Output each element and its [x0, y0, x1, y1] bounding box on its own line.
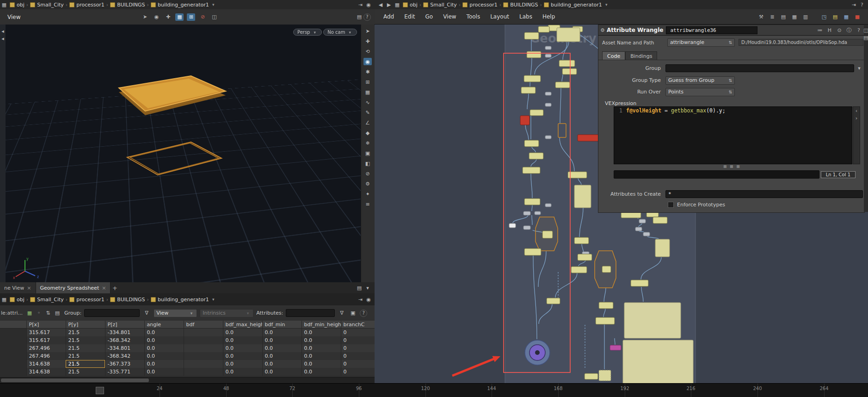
column-header-bdf_min[interactable]: bdf_min: [262, 321, 302, 329]
column-header-P[x][interactable]: P[x]: [26, 321, 66, 329]
attributes-input[interactable]: [286, 309, 335, 317]
add-tab-button[interactable]: +: [111, 284, 119, 292]
select-mode-icon[interactable]: ➤: [141, 13, 149, 21]
table-cell[interactable]: 21.5: [66, 368, 105, 376]
table-cell[interactable]: 0: [341, 352, 375, 360]
graph-node[interactable]: [599, 370, 611, 381]
info-icon[interactable]: ⓘ: [845, 26, 853, 34]
table-cell[interactable]: [184, 336, 223, 344]
record-icon[interactable]: ■: [853, 13, 862, 20]
select-tool-icon[interactable]: ◉: [363, 58, 372, 65]
table-cell[interactable]: 314.638: [26, 368, 66, 376]
table-cell[interactable]: 0.0: [262, 329, 302, 337]
graph-node[interactable]: [596, 317, 615, 324]
pane-caret-icon[interactable]: ▾: [363, 284, 372, 292]
back-icon[interactable]: ◀: [376, 1, 385, 8]
camera-lock-icon[interactable]: ◫: [210, 13, 218, 21]
vex-code-editor[interactable]: 1f@volHeight = getbbox_max(0).y;: [614, 106, 852, 164]
view-tool-icon[interactable]: ➤: [363, 27, 372, 35]
close-icon[interactable]: ×: [27, 285, 31, 291]
menu-help[interactable]: Help: [537, 9, 560, 24]
menu-add[interactable]: Add: [378, 9, 399, 24]
gear-icon[interactable]: ⚙: [598, 26, 607, 34]
table-hscrollbar[interactable]: [0, 377, 375, 383]
orbit-tool-icon[interactable]: ⟲: [363, 48, 372, 55]
graph-node[interactable]: [545, 103, 551, 106]
menu-go[interactable]: Go: [420, 9, 438, 24]
persp-camera-button[interactable]: Persp▾: [293, 29, 322, 36]
table-cell[interactable]: 0: [341, 344, 375, 352]
scrollbar-thumb[interactable]: [1, 378, 149, 382]
graph-node[interactable]: [585, 373, 598, 379]
graph-node[interactable]: [574, 185, 591, 208]
graph-node[interactable]: [524, 248, 541, 255]
table-cell[interactable]: 0.0: [262, 368, 302, 376]
breadcrumb-item-obj[interactable]: obj: [401, 2, 419, 8]
grid-a-icon[interactable]: ▦: [790, 13, 799, 20]
graph-node[interactable]: [545, 54, 551, 57]
table-cell[interactable]: 315.617: [26, 329, 66, 337]
linked-icon[interactable]: ◉: [364, 296, 373, 303]
menu-layout[interactable]: Layout: [485, 9, 514, 24]
settings-tool-icon[interactable]: ⚙: [363, 180, 372, 187]
graph-node[interactable]: [555, 82, 570, 88]
table-cell[interactable]: [184, 352, 223, 360]
pin-icon[interactable]: ⇥: [850, 1, 858, 8]
attrs-create-input[interactable]: *: [665, 190, 863, 198]
geometry-shape-wire_inner[interactable]: [130, 143, 219, 174]
intrinsics-dropdown[interactable]: Intrinsics▾: [200, 309, 253, 317]
pane-split-icon[interactable]: ▤: [355, 13, 363, 21]
graph-node[interactable]: [602, 266, 611, 273]
column-header-angle[interactable]: angle: [144, 321, 184, 329]
grid-b-icon[interactable]: ▥: [801, 13, 810, 20]
drag-grip[interactable]: ■ ■ ■: [723, 164, 741, 168]
table-cell[interactable]: 0.0: [302, 360, 341, 368]
menu-edit[interactable]: Edit: [399, 9, 420, 24]
graph-node[interactable]: [557, 28, 580, 42]
table-cell[interactable]: 21.5: [66, 344, 105, 352]
group-input[interactable]: [665, 64, 854, 72]
hide-tool-icon[interactable]: ⊘: [363, 170, 372, 177]
enforce-checkbox[interactable]: [668, 202, 674, 208]
multi-snap-icon[interactable]: ⊞: [187, 13, 195, 21]
spinner-icon[interactable]: ⇅: [728, 90, 732, 94]
asset-name-dropdown[interactable]: attribwrangle⇅: [667, 38, 735, 47]
table-cell[interactable]: 0.0: [144, 352, 184, 360]
graph-node[interactable]: [568, 172, 587, 178]
column-header-P[z][interactable]: P[z]: [105, 321, 144, 329]
run-over-dropdown[interactable]: Points⇅: [665, 88, 735, 96]
table-cell[interactable]: 0.0: [262, 344, 302, 352]
graph-node[interactable]: [639, 219, 646, 223]
breadcrumb-caret-icon[interactable]: ▾: [210, 297, 216, 302]
table-cell[interactable]: [184, 360, 223, 368]
table-cell[interactable]: 0: [341, 360, 375, 368]
breadcrumb-item-BUILDINGS[interactable]: BUILDINGS: [109, 297, 146, 303]
graph-node[interactable]: [578, 135, 600, 141]
graph-node[interactable]: [643, 232, 650, 236]
table-cell[interactable]: 0.0: [144, 329, 184, 337]
viewport-help-icon[interactable]: ?: [363, 13, 371, 21]
graph-node[interactable]: [521, 87, 536, 93]
graph-node[interactable]: [538, 26, 549, 32]
table-cell[interactable]: 0.0: [302, 344, 341, 352]
table-cell[interactable]: 0.0: [144, 336, 184, 344]
graph-node[interactable]: [574, 237, 589, 244]
objects-mode-icon[interactable]: ◉: [152, 13, 160, 21]
tab-scene-view[interactable]: ne View×: [0, 282, 36, 293]
star-tool-icon[interactable]: ✦: [363, 190, 372, 198]
table-cell[interactable]: 0.0: [302, 336, 341, 344]
graph-node[interactable]: [610, 345, 621, 350]
tools-icon[interactable]: ⚒: [757, 13, 765, 20]
tab-code[interactable]: Code: [602, 51, 625, 60]
table-cell[interactable]: 314.638: [26, 360, 66, 368]
graph-node[interactable]: [524, 75, 541, 82]
playbar-timeline[interactable]: 24487296120144168192216240264: [0, 383, 868, 397]
table-cell[interactable]: 0.0: [302, 368, 341, 376]
graph-node[interactable]: [558, 124, 566, 137]
table-cell[interactable]: 267.496: [26, 344, 66, 352]
shade-tool-icon[interactable]: ▣: [363, 149, 372, 157]
graph-node[interactable]: [529, 153, 543, 159]
vertices-mode-icon[interactable]: ◦: [35, 310, 43, 317]
menu-tools[interactable]: Tools: [462, 9, 486, 24]
pivot-tool-icon[interactable]: ◆: [363, 129, 372, 136]
